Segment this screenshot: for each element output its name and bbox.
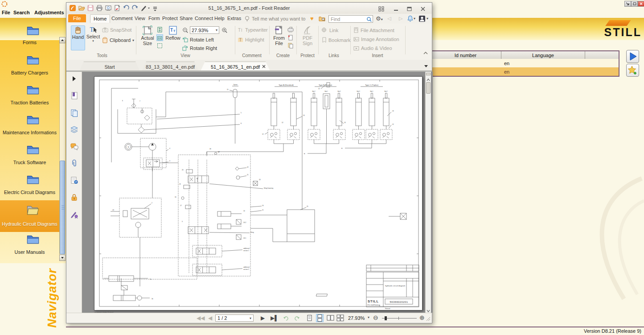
navigator-maximize-button[interactable] [631, 1, 638, 7]
digital-signatures-panel-icon[interactable]: e [70, 176, 78, 185]
create-blank-button[interactable] [287, 34, 294, 42]
find-previous-icon[interactable]: ◁ [387, 16, 391, 21]
sidebar-label-traction-batteries[interactable]: Traction Batteries [0, 100, 59, 105]
sidebar-label-forms[interactable]: Forms [0, 40, 59, 45]
sidebar-label-hydraulic-circuit-diagrams[interactable]: Hydraulic Circuit Diagrams [0, 221, 59, 227]
pdf-sign-button[interactable]: PDF Sign [299, 25, 316, 50]
create-from-scanner-button[interactable] [287, 26, 294, 34]
image-annotation-button[interactable]: Image Annotation [353, 37, 399, 42]
reflow-button[interactable]: TT Reflow [165, 25, 180, 50]
menu-adjustments[interactable]: Adjustments [34, 10, 64, 15]
sidebar-scrollbar-thumb[interactable] [60, 161, 65, 254]
pdf-page[interactable]: 6 7 5 8 M [94, 76, 422, 310]
sidebar-item-truck-software[interactable] [26, 144, 40, 157]
zoom-level-combobox[interactable]: 27.93% ▾ [190, 26, 219, 34]
last-page-icon[interactable]: ▶▌ [271, 315, 279, 321]
attachments-panel-icon[interactable] [70, 159, 78, 168]
rotate-left-button[interactable]: Rotate Left [182, 37, 214, 42]
tab-list-dropdown-icon[interactable] [424, 65, 428, 68]
find-input[interactable]: Find [328, 15, 373, 23]
select-tool-button[interactable]: T Select ▾ [86, 25, 100, 50]
next-page-icon[interactable]: ▶ [261, 315, 265, 321]
add-favorite-button[interactable] [626, 64, 639, 77]
actual-size-button[interactable]: Actual Size [139, 25, 156, 50]
find-settings-gear-icon[interactable]: ⚙▾ [376, 15, 383, 22]
menu-file[interactable]: File [2, 10, 10, 15]
expand-panel-icon[interactable] [70, 74, 78, 83]
fit-visible-button[interactable] [156, 42, 163, 49]
sidebar-label-user-manuals[interactable]: User Manuals [0, 249, 59, 255]
snapshot-button[interactable]: SnapShot [102, 27, 131, 33]
tab-extras[interactable]: Extras [224, 14, 244, 22]
sidebar-scroll-down-button[interactable] [59, 255, 66, 261]
typewriter-button[interactable]: T Typewriter [238, 27, 268, 33]
sidebar-item-maintenance-informations[interactable] [26, 114, 40, 127]
zoom-in-icon[interactable] [222, 27, 228, 33]
notifications-bell-icon[interactable] [407, 15, 413, 22]
account-dropdown-arrow[interactable]: ▾ [427, 17, 428, 21]
create-from-clipboard-button[interactable] [287, 42, 294, 50]
zoom-out-icon[interactable] [182, 27, 189, 33]
pdf-scroll-up-button[interactable] [426, 76, 431, 81]
sidebar-item-user-manuals[interactable] [26, 234, 40, 246]
navigator-close-button[interactable] [638, 1, 644, 7]
single-page-view-icon[interactable] [306, 314, 313, 322]
bookmarks-panel-icon[interactable] [70, 91, 78, 100]
search-folder-icon[interactable] [319, 16, 326, 22]
previous-view-icon[interactable] [283, 315, 289, 321]
foxit-close-button[interactable] [420, 5, 426, 13]
column-header-empty[interactable] [585, 51, 619, 59]
column-header-language[interactable]: Language [501, 51, 585, 59]
sidebar-item-battery-chargers[interactable] [26, 54, 40, 67]
tab-file[interactable]: File [68, 14, 86, 22]
comments-panel-icon[interactable] [70, 142, 78, 151]
column-header-id-number[interactable]: Id number [430, 51, 501, 59]
previous-page-icon[interactable]: ◀ [208, 315, 212, 321]
tab-home[interactable]: Home [90, 14, 110, 23]
pdf-scrollbar-thumb[interactable] [426, 82, 431, 94]
account-avatar[interactable] [418, 15, 426, 22]
page-number-combobox[interactable]: 1 / 2 ▾ [215, 314, 254, 322]
sidebar-label-battery-chargers[interactable]: Battery Chargers [0, 70, 59, 75]
scrollbar-split-handle[interactable] [426, 73, 431, 75]
first-page-icon[interactable]: ◀◀ [197, 315, 205, 321]
status-zoom-value[interactable]: 27.93% [348, 315, 365, 321]
sidebar-label-maintenance-informations[interactable]: Maintenance Informations [0, 130, 59, 135]
pdf-vertical-scrollbar[interactable] [425, 72, 431, 313]
sign-panel-icon[interactable] [70, 210, 78, 219]
table-row-selected[interactable]: en [430, 67, 619, 76]
foxit-restore-button[interactable] [406, 5, 413, 13]
sidebar-item-hydraulic-circuit-diagrams[interactable] [26, 205, 40, 217]
create-from-file-button[interactable]: From File [272, 25, 286, 50]
facing-view-icon[interactable] [327, 314, 334, 322]
audio-video-button[interactable]: Audio & Video [353, 45, 392, 51]
pages-panel-icon[interactable] [70, 108, 78, 117]
close-tab-icon[interactable] [262, 64, 266, 69]
search-icon[interactable] [366, 17, 372, 22]
sidebar-label-electric-circuit-diagrams[interactable]: Electric Circuit Diagrams [0, 190, 59, 195]
layers-panel-icon[interactable] [70, 125, 78, 134]
collapse-ribbon-chevron-icon[interactable] [423, 51, 428, 55]
bookmark-button[interactable]: Bookmark [321, 37, 351, 43]
sidebar-scroll-up-button[interactable] [59, 37, 66, 43]
security-panel-icon[interactable] [70, 193, 78, 202]
hand-tool-button[interactable]: Hand [71, 25, 85, 50]
status-zoom-in-icon[interactable]: ⊕ [419, 314, 425, 321]
sidebar-label-truck-software[interactable]: Truck Software [0, 160, 59, 165]
tell-me-search[interactable]: Tell me what you want to [252, 16, 305, 21]
navigator-minimize-button[interactable] [624, 1, 631, 7]
sidebar-item-forms[interactable] [26, 25, 40, 37]
donate-heart-icon[interactable]: ♥ [310, 15, 314, 22]
foxit-tile-windows-button[interactable] [378, 5, 385, 13]
resize-grip[interactable] [426, 316, 431, 322]
find-next-icon[interactable]: ▷ [399, 16, 402, 21]
bell-dropdown-arrow[interactable]: ▾ [414, 17, 415, 21]
status-zoom-dropdown-arrow[interactable]: ▾ [368, 315, 369, 319]
zoom-slider-track[interactable] [382, 318, 417, 318]
continuous-view-button[interactable] [316, 314, 324, 322]
zoom-slider-thumb[interactable] [385, 316, 387, 320]
continuous-facing-view-icon[interactable] [336, 314, 344, 322]
menu-search[interactable]: Search [13, 10, 30, 15]
pdf-scroll-down-button[interactable] [426, 307, 431, 312]
status-zoom-out-icon[interactable]: ⊖ [373, 314, 378, 321]
